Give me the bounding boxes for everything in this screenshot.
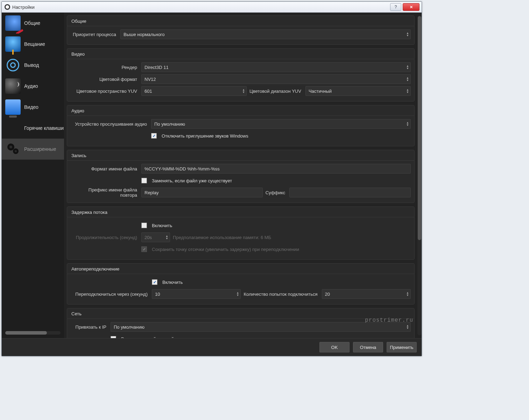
sidebar-item-stream[interactable]: Вещание (2, 34, 64, 55)
new-netcode-checkbox[interactable]: ✓ (111, 336, 116, 338)
panel-audio: Аудио Устройство прослушивания аудио По … (67, 105, 415, 146)
sidebar-item-label: Видео (24, 104, 38, 110)
replay-suffix-input[interactable] (289, 188, 411, 197)
delay-duration-label: Продолжительность (секунд) (71, 235, 139, 240)
svg-point-2 (9, 146, 12, 148)
panel-video: Видео Рендер Direct3D 11 ▲▼ Цветовой фор… (67, 48, 415, 102)
spinner-icon: ▲▼ (165, 235, 168, 240)
colorspace-select[interactable]: 601 ▲▼ (141, 86, 247, 96)
colorrange-select[interactable]: Частичный ▲▼ (305, 86, 411, 96)
replay-prefix-value: Replay (144, 190, 158, 195)
sidebar-item-label: Вывод (24, 62, 39, 68)
reconnect-enable-checkbox[interactable]: ✓ (152, 279, 157, 285)
svg-point-3 (15, 150, 17, 152)
ok-button[interactable]: OK (319, 342, 350, 352)
spinner-icon: ▲▼ (406, 121, 409, 126)
colorformat-select[interactable]: NV12 ▲▼ (141, 74, 411, 84)
renderer-select[interactable]: Direct3D 11 ▲▼ (141, 62, 411, 72)
disable-ducking-label: Отключить приглушение звуков Windows (162, 133, 248, 139)
colorrange-value: Частичный (309, 89, 332, 94)
delay-duration-spinner: 20s ▲▼ (141, 232, 170, 242)
sidebar-item-video[interactable]: Видео (2, 97, 64, 118)
max-retries-value: 20 (325, 292, 330, 297)
filename-format-value: %CCYY-%MM-%DD %hh-%mm-%ss (144, 166, 220, 172)
wrench-icon (5, 15, 21, 31)
bind-ip-label: Привязать к IP (71, 324, 108, 330)
panel-stream-delay: Задержка потока ✓ Включить Продолжительн… (67, 206, 415, 260)
max-retries-label: Количество попыток подключиться (244, 292, 319, 297)
colorspace-label: Цветовое пространство YUV (71, 89, 139, 94)
delay-enable-checkbox[interactable]: ✓ (141, 223, 147, 228)
max-retries-spinner[interactable]: 20 ▲▼ (322, 289, 411, 299)
delay-duration-value: 20s (144, 235, 152, 240)
delay-enable-label: Включить (152, 223, 172, 228)
gear-icon (5, 141, 21, 157)
colorrange-label: Цветовой диапазон YUV (249, 89, 303, 94)
titlebar[interactable]: Настройки ? ✕ (2, 2, 422, 13)
new-netcode-label: Включить новый сетевой код (121, 336, 182, 338)
delay-preserve-label: Сохранить точку отсечки (увеличить задер… (152, 247, 299, 252)
bind-ip-value: По умолчанию (114, 324, 144, 330)
sidebar: Общие Вещание Вывод Аудио Видео (2, 13, 64, 338)
sidebar-item-output[interactable]: Вывод (2, 55, 64, 76)
spinner-icon: ▲▼ (406, 77, 409, 82)
retry-delay-value: 10 (155, 292, 160, 297)
priority-label: Приоритет процесса (71, 32, 118, 37)
disable-ducking-checkbox[interactable]: ✓ (151, 133, 157, 139)
panel-title: Сеть (71, 308, 411, 318)
filename-format-input[interactable]: %CCYY-%MM-%DD %hh-%mm-%ss (141, 164, 411, 174)
monitor-device-value: По умолчанию (154, 121, 185, 127)
panel-recording: Запись Формат имени файла %CCYY-%MM-%DD … (67, 150, 415, 203)
colorspace-value: 601 (144, 89, 152, 94)
bind-ip-select[interactable]: По умолчанию ▲▼ (111, 322, 411, 332)
panel-network: Сеть Привязать к IP По умолчанию ▲▼ ✓ Вк… (67, 308, 415, 338)
sidebar-item-label: Горячие клавиши (24, 125, 64, 131)
spinner-icon: ▲▼ (406, 32, 409, 37)
delay-memory-hint: Предполагаемое использование памяти: 6 М… (173, 235, 271, 240)
broadcast-icon (5, 57, 21, 73)
retry-delay-label: Переподключиться через (секунд) (71, 292, 149, 297)
renderer-value: Direct3D 11 (144, 65, 169, 70)
apply-button[interactable]: Применить (387, 342, 417, 352)
retry-delay-spinner[interactable]: 10 ▲▼ (152, 289, 241, 299)
overwrite-label: Заменять, если файл уже существует (152, 178, 232, 183)
sidebar-item-audio[interactable]: Аудио (2, 76, 64, 97)
panel-title: Аудио (71, 105, 411, 115)
globe-icon (5, 36, 21, 52)
sidebar-scrollbar[interactable] (5, 331, 61, 335)
replay-prefix-label: Префикс имени файла повтора (71, 187, 139, 198)
sidebar-item-label: Общие (24, 20, 40, 26)
monitor-device-select[interactable]: По умолчанию ▲▼ (151, 119, 411, 129)
spinner-icon: ▲▼ (242, 89, 245, 93)
filename-format-label: Формат имени файла (71, 166, 139, 172)
help-button[interactable]: ? (390, 3, 401, 11)
spinner-icon: ▲▼ (406, 89, 409, 93)
panel-title: Общие (71, 16, 411, 26)
sidebar-item-advanced[interactable]: Расширенные (2, 139, 64, 160)
sidebar-item-hotkeys[interactable]: Горячие клавиши (2, 118, 64, 139)
colorformat-value: NV12 (144, 77, 156, 82)
panel-title: Задержка потока (71, 207, 411, 217)
renderer-label: Рендер (71, 65, 139, 70)
spinner-icon: ▲▼ (406, 65, 409, 70)
colorformat-label: Цветовой формат (71, 77, 139, 82)
reconnect-enable-label: Включить (162, 280, 183, 285)
delay-preserve-checkbox: ✓ (141, 246, 147, 252)
spinner-icon: ▲▼ (406, 324, 409, 329)
content-scrollbar[interactable] (417, 15, 422, 335)
sidebar-item-label: Аудио (24, 83, 38, 89)
sidebar-item-general[interactable]: Общие (2, 13, 64, 34)
replay-suffix-label: Суффикс (266, 190, 287, 195)
keyboard-icon (5, 120, 21, 136)
panel-title: Видео (71, 49, 411, 59)
sidebar-item-label: Расширенные (24, 146, 56, 152)
panel-general: Общие Приоритет процесса Выше нормальног… (67, 15, 415, 45)
cancel-button[interactable]: Отмена (353, 342, 383, 352)
window-title: Настройки (12, 5, 35, 10)
spinner-icon: ▲▼ (237, 292, 239, 296)
priority-select[interactable]: Выше нормального ▲▼ (120, 29, 411, 39)
close-button[interactable]: ✕ (403, 3, 419, 11)
obs-icon (5, 4, 10, 10)
overwrite-checkbox[interactable]: ✓ (141, 178, 147, 183)
replay-prefix-input[interactable]: Replay (141, 188, 263, 197)
